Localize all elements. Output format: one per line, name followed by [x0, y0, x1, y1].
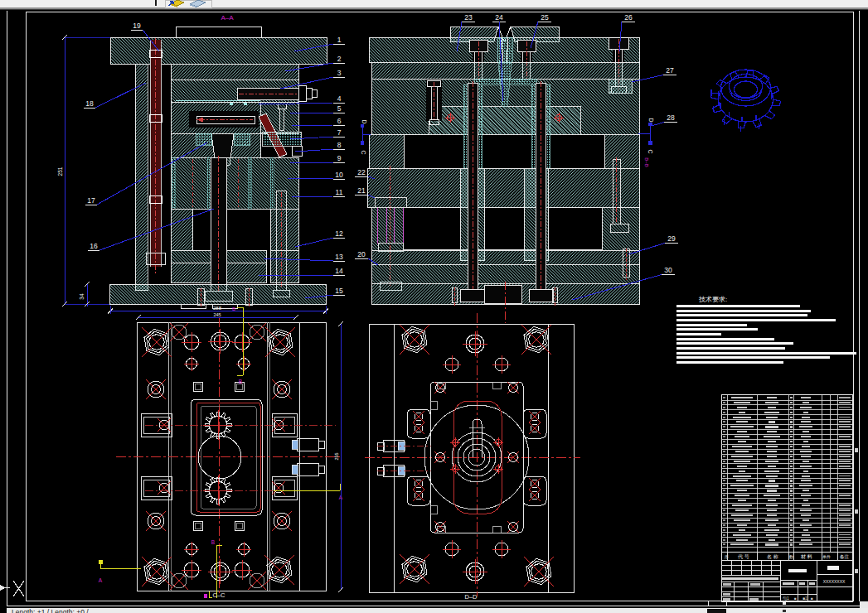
svg-text:20: 20 — [357, 250, 366, 258]
svg-text:21: 21 — [357, 186, 366, 195]
svg-text:26: 26 — [624, 13, 633, 22]
svg-text:6: 6 — [337, 117, 342, 125]
svg-text:B: B — [232, 306, 235, 311]
svg-text:■1: ■1 — [803, 596, 807, 601]
svg-text:1: 1 — [337, 36, 342, 44]
svg-text:10: 10 — [335, 171, 343, 179]
svg-text:XXXXXXXX: XXXXXXXX — [823, 579, 846, 584]
svg-text:代 号: 代 号 — [737, 554, 749, 559]
svg-text:勻1: 勻1 — [783, 596, 789, 601]
svg-text:D: D — [648, 118, 654, 122]
svg-text:22: 22 — [357, 168, 366, 176]
svg-text:C–C: C–C — [212, 591, 225, 599]
svg-text:19: 19 — [133, 22, 141, 30]
svg-text:27: 27 — [666, 66, 674, 75]
svg-text:245: 245 — [213, 312, 221, 317]
svg-text:18: 18 — [85, 99, 94, 108]
svg-text:A–A: A–A — [221, 14, 234, 22]
svg-text:序: 序 — [725, 554, 729, 560]
svg-text:7: 7 — [337, 128, 342, 137]
svg-text:材 料: 材 料 — [800, 554, 812, 560]
svg-text:12: 12 — [335, 229, 343, 238]
svg-text:A: A — [99, 577, 103, 583]
svg-text:■: ■ — [811, 596, 813, 601]
svg-text:4: 4 — [337, 94, 342, 103]
svg-text:2: 2 — [337, 55, 342, 63]
svg-text:D–D: D–D — [464, 593, 478, 601]
svg-text:14: 14 — [335, 267, 343, 275]
svg-text:D: D — [361, 119, 367, 123]
svg-text:9: 9 — [337, 154, 342, 162]
svg-text:11: 11 — [336, 188, 343, 196]
svg-text:C: C — [361, 150, 366, 154]
svg-text:251: 251 — [57, 167, 63, 176]
svg-text:B–B: B–B — [644, 157, 649, 167]
svg-text:34: 34 — [79, 293, 85, 300]
svg-text:备注: 备注 — [840, 554, 850, 559]
svg-text:24: 24 — [495, 13, 503, 22]
svg-text:Length: +1 / Length: +0 /: Length: +1 / Length: +0 / — [12, 608, 89, 613]
svg-text:B: B — [239, 379, 242, 384]
svg-text:单件: 单件 — [822, 554, 831, 559]
svg-text:30: 30 — [664, 266, 672, 274]
svg-text:8: 8 — [337, 141, 342, 149]
svg-text:5: 5 — [337, 104, 342, 113]
svg-text:17: 17 — [87, 196, 95, 205]
svg-text:15: 15 — [335, 287, 343, 295]
svg-text:数: 数 — [789, 554, 793, 559]
svg-text:技术要求:: 技术要求: — [698, 296, 727, 303]
svg-text:288: 288 — [213, 306, 222, 311]
svg-text:■: ■ — [794, 596, 797, 601]
svg-text:23: 23 — [464, 13, 473, 22]
svg-text:C: C — [647, 149, 653, 153]
svg-text:名 称: 名 称 — [767, 554, 778, 560]
svg-text:28: 28 — [667, 113, 675, 122]
svg-text:B: B — [211, 539, 215, 545]
svg-text:16: 16 — [90, 242, 98, 250]
svg-text:25: 25 — [541, 13, 549, 22]
svg-text:255: 255 — [334, 452, 339, 460]
svg-text:29: 29 — [667, 234, 676, 243]
svg-text:13: 13 — [335, 253, 343, 261]
svg-text:3: 3 — [337, 69, 342, 77]
